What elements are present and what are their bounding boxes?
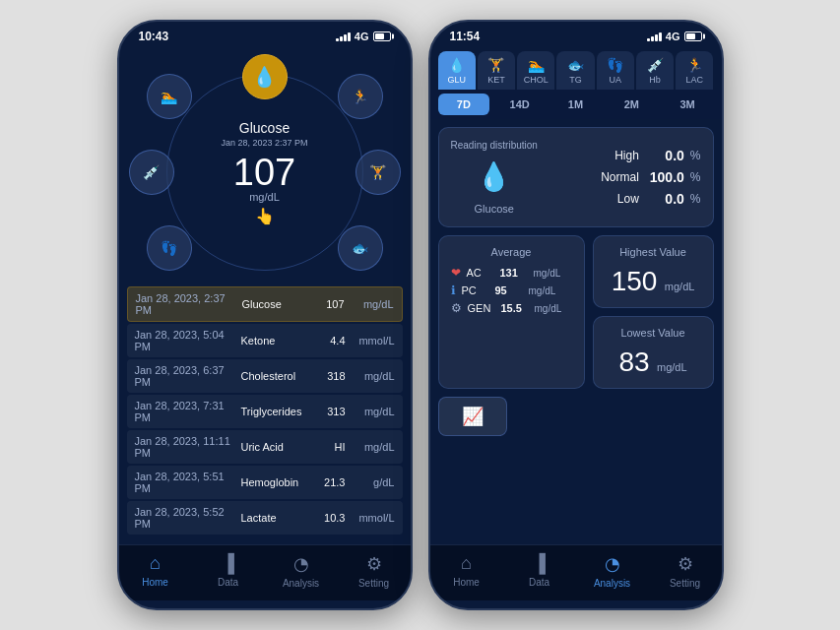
data-icon: ▐ [222, 553, 234, 574]
lowest-unit: mg/dL [657, 361, 687, 373]
network-home: 4G [355, 31, 369, 42]
nav-setting-analysis[interactable]: ⚙ Setting [649, 553, 722, 589]
period-tabs: 7D 14D 1M 2M 3M [430, 90, 722, 119]
orbit-ket[interactable]: 🏃 [338, 74, 383, 119]
avg-unit-ac: mg/dL [534, 268, 561, 279]
nav-analysis-label-2: Analysis [594, 578, 630, 589]
avg-row-gen: ⚙ GEN 15.5 mg/dL [451, 301, 572, 315]
phone-analysis: 11:54 4G 💧 GLU [428, 20, 724, 610]
center-value: 107 [221, 153, 307, 190]
dist-header: Reading distribution [451, 140, 538, 151]
orbit-hb[interactable]: 💉 [129, 150, 174, 195]
home-icon-2: ⌂ [461, 553, 472, 574]
table-row[interactable]: Jan 28, 2023, 6:37 PM Cholesterol 318 mg… [127, 359, 403, 393]
distribution-card: Reading distribution 💧 Glucose High 0.0 … [438, 127, 714, 227]
reading-type: Ketone [241, 335, 306, 346]
nav-setting[interactable]: ⚙ Setting [338, 553, 411, 589]
tab-tg[interactable]: 🐟 TG [556, 51, 594, 90]
tab-lac[interactable]: 🏃 LAC [676, 51, 713, 90]
reading-type: Hemoglobin [241, 476, 306, 488]
tab-hb[interactable]: 💉 Hb [636, 51, 674, 90]
setting-icon-2: ⚙ [678, 553, 693, 575]
avg-type-pc: PC [462, 284, 489, 296]
table-row[interactable]: Jan 28, 2023, 7:31 PM Triglycerides 313 … [127, 395, 403, 428]
signal-bars-home [336, 32, 351, 41]
orbit-chol[interactable]: 🏋 [355, 150, 401, 195]
gear-icon: ⚙ [451, 301, 462, 315]
tab-ket-label: KET [487, 75, 505, 85]
nav-analysis[interactable]: ◔ Analysis [265, 553, 338, 589]
period-1m[interactable]: 1M [549, 94, 602, 115]
nav-analysis-2[interactable]: ◔ Analysis [576, 553, 649, 589]
highest-title: Highest Value [606, 246, 701, 258]
phone-home: 10:43 4G 💧 [117, 20, 413, 610]
table-row[interactable]: Jan 28, 2023, 11:11 PM Uric Acid HI mg/d… [127, 430, 403, 464]
orbit-ua[interactable]: 👣 [147, 225, 192, 271]
period-2m[interactable]: 2M [606, 94, 658, 115]
nav-home-label-2: Home [453, 577, 480, 588]
dist-row-normal: Normal 100.0 % [549, 169, 701, 185]
tab-ua-label: UA [610, 75, 622, 85]
tab-glu[interactable]: 💧 GLU [438, 51, 476, 90]
dist-left: Reading distribution 💧 Glucose [451, 140, 538, 215]
nav-data-label-2: Data [529, 577, 549, 588]
setting-icon: ⚙ [366, 553, 382, 575]
tab-chol-label: CHOL [524, 75, 549, 85]
network-analysis: 4G [666, 31, 680, 42]
period-14d[interactable]: 14D [493, 94, 546, 115]
dist-normal-value: 100.0 [645, 169, 684, 185]
table-row[interactable]: Jan 28, 2023, 2:37 PM Glucose 107 mg/dL [127, 286, 403, 322]
period-7d[interactable]: 7D [438, 94, 490, 115]
nav-data-analysis[interactable]: ▐ Data [503, 553, 576, 589]
reading-date: Jan 28, 2023, 11:11 PM [135, 435, 241, 459]
status-bar-analysis: 11:54 4G [430, 22, 722, 47]
period-3m[interactable]: 3M [662, 94, 714, 115]
nav-analysis-label: Analysis [283, 578, 319, 589]
dist-analyte-name: Glucose [475, 203, 514, 215]
highest-unit: mg/dL [665, 281, 695, 292]
analysis-main: Reading distribution 💧 Glucose High 0.0 … [430, 119, 722, 544]
touch-icon: 👆 [221, 206, 307, 224]
chol-icon: 🏊 [528, 57, 545, 73]
dist-low-label: Low [617, 192, 639, 206]
orbit-lac[interactable]: 🏊 [147, 74, 192, 119]
glu-icon: 💧 [448, 57, 465, 73]
time-home: 10:43 [139, 30, 169, 43]
avg-row-pc: ℹ PC 95 mg/dL [451, 284, 572, 297]
nav-data[interactable]: ▐ Data [192, 553, 265, 589]
orbit-glu[interactable]: 💧 [242, 54, 288, 99]
lowest-title: Lowest Value [606, 327, 701, 339]
nav-home[interactable]: ⌂ Home [119, 553, 192, 589]
avg-val-ac: 131 [500, 267, 528, 279]
center-label: Glucose [221, 119, 307, 135]
tab-lac-label: LAC [686, 75, 704, 85]
tab-ket[interactable]: 🏋 KET [478, 51, 515, 90]
tab-hb-label: Hb [649, 75, 661, 85]
table-row[interactable]: Jan 28, 2023, 5:04 PM Ketone 4.4 mmol/L [127, 324, 403, 357]
battery-analysis [684, 32, 702, 41]
lowest-card: Lowest Value 83 mg/dL [593, 316, 714, 389]
reading-value: HI [306, 441, 346, 453]
avg-val-pc: 95 [495, 284, 523, 296]
data-icon-2: ▐ [533, 553, 546, 574]
ket-icon: 🏋 [487, 57, 504, 73]
table-row[interactable]: Jan 28, 2023, 5:51 PM Hemoglobin 21.3 g/… [127, 466, 403, 499]
center-display: Glucose Jan 28, 2023 2:37 PM 107 mg/dL 👆 [221, 119, 307, 224]
dist-high-value: 0.0 [645, 148, 684, 163]
tab-ua[interactable]: 👣 UA [597, 51, 634, 90]
nav-home-analysis[interactable]: ⌂ Home [430, 553, 503, 589]
avg-type-ac: AC [467, 267, 494, 279]
table-row[interactable]: Jan 28, 2023, 5:52 PM Lactate 10.3 mmol/… [127, 501, 403, 535]
highest-value: 150 [612, 266, 658, 296]
reading-value: 318 [306, 370, 346, 382]
reading-unit: mg/dL [345, 298, 394, 310]
tab-chol[interactable]: 🏊 CHOL [517, 51, 554, 90]
reading-value: 313 [306, 406, 346, 417]
dist-high-unit: % [690, 149, 701, 162]
chart-button[interactable]: 📈 [438, 397, 507, 436]
reading-date: Jan 28, 2023, 5:51 PM [135, 471, 241, 494]
orbit-tg[interactable]: 🐟 [338, 225, 383, 271]
ua-icon: 👣 [607, 57, 623, 73]
dist-normal-label: Normal [601, 170, 639, 184]
average-card: Average ❤ AC 131 mg/dL ℹ PC 95 [438, 235, 585, 389]
